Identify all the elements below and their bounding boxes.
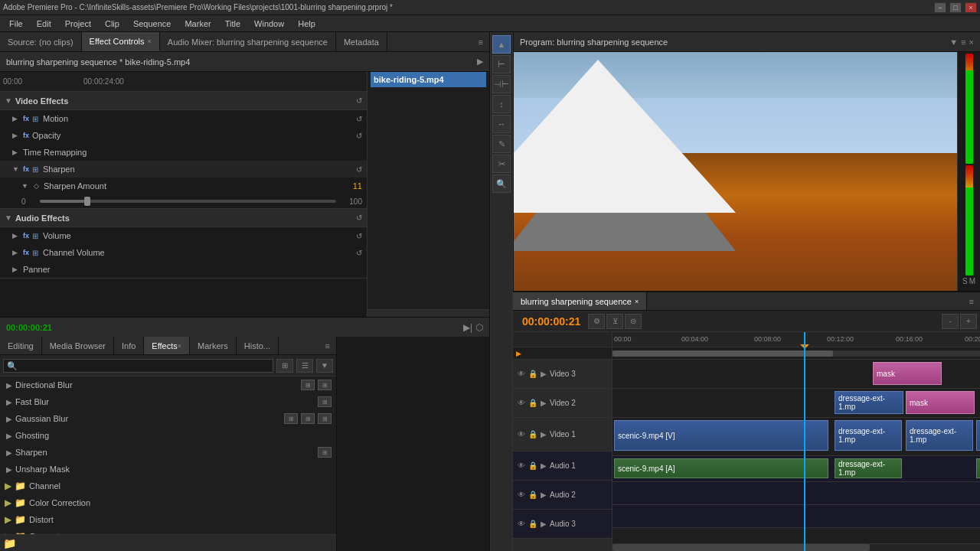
- effects-view-toggle[interactable]: ☰: [296, 359, 313, 373]
- clip-v2-mask[interactable]: mask: [906, 391, 975, 414]
- v1-expand-icon[interactable]: ▶: [541, 430, 547, 439]
- clip-v1-dressage1[interactable]: dressage-ext-1.mp: [835, 420, 902, 451]
- tool-slide[interactable]: ↔: [492, 115, 511, 133]
- channel-volume-reset[interactable]: ↺: [356, 249, 362, 257]
- tl-scrollbar-track[interactable]: [612, 350, 980, 357]
- menu-help[interactable]: Help: [292, 18, 322, 30]
- tl-zoom-in[interactable]: +: [960, 314, 977, 329]
- folder-color-correction[interactable]: ▶ 📁 Color Correction: [0, 494, 336, 511]
- tab-info[interactable]: Info: [114, 337, 144, 354]
- tool-select[interactable]: ▲: [492, 35, 511, 54]
- tl-snap-button[interactable]: ⊻: [606, 314, 623, 329]
- close-button[interactable]: ×: [965, 2, 977, 13]
- opacity-reset[interactable]: ↺: [356, 132, 362, 140]
- tab-effect-controls[interactable]: Effect Controls ×: [82, 32, 160, 51]
- tool-zoom[interactable]: 🔍: [492, 174, 511, 193]
- menu-clip[interactable]: Clip: [99, 18, 126, 30]
- volume-reset[interactable]: ↺: [356, 232, 362, 240]
- v2-eye-icon[interactable]: 👁: [518, 399, 525, 407]
- effect-unsharp-mask[interactable]: ▶ Unsharp Mask: [0, 461, 336, 478]
- video-effects-reset[interactable]: ↺: [356, 96, 362, 105]
- clip-v1-bike[interactable]: bike-riding-5.mp4 [V]: [976, 420, 980, 451]
- tl-linked-button[interactable]: ⊝: [625, 314, 642, 329]
- v3-eye-icon[interactable]: 👁: [518, 370, 525, 378]
- tool-roll[interactable]: ⊣⊢: [492, 75, 511, 93]
- menu-title[interactable]: Title: [219, 18, 247, 30]
- tl-scroll-row[interactable]: [612, 347, 980, 360]
- menu-window[interactable]: Window: [248, 18, 290, 30]
- menu-project[interactable]: Project: [59, 18, 97, 30]
- tl-zoom-out[interactable]: -: [942, 314, 959, 329]
- clip-a1-scenic[interactable]: scenic-9.mp4 [A]: [614, 458, 828, 478]
- clip-v2-dressage[interactable]: dressage-ext-1.mp: [835, 391, 903, 414]
- v3-lock-icon[interactable]: 🔒: [528, 370, 537, 378]
- restore-button[interactable]: □: [949, 2, 962, 13]
- effect-ghosting[interactable]: ▶ Ghosting: [0, 427, 336, 444]
- program-panel-menu[interactable]: ≡: [961, 37, 965, 47]
- a1-eye-icon[interactable]: 👁: [518, 461, 525, 470]
- effect-sharpen[interactable]: ▶ Sharpen ⊞: [0, 444, 336, 461]
- clip-a1-dressage[interactable]: dressage-ext-1.mp: [835, 458, 902, 478]
- meter-mute-button[interactable]: M: [969, 277, 975, 289]
- tab-timeline-close[interactable]: ×: [635, 298, 639, 305]
- a2-lock-icon[interactable]: 🔒: [528, 491, 537, 499]
- panner-row[interactable]: ▶ Panner: [0, 261, 367, 278]
- clip-a1-bike[interactable]: bike-riding-5.mp4 [A]: [976, 458, 980, 478]
- menu-marker[interactable]: Marker: [178, 18, 217, 30]
- sharpen-amount-row[interactable]: ▼ ◇ Sharpen Amount 11: [0, 178, 367, 194]
- volume-row[interactable]: ▶ fx ⊞ Volume ↺: [0, 227, 367, 244]
- program-dropdown-arrow[interactable]: ▼: [949, 37, 958, 47]
- tool-ripple[interactable]: ⊢: [492, 55, 511, 73]
- menu-sequence[interactable]: Sequence: [127, 18, 178, 30]
- minimize-button[interactable]: −: [934, 2, 946, 13]
- tl-scrollbar-thumb[interactable]: [612, 350, 833, 357]
- tool-razor[interactable]: ✂: [492, 155, 511, 173]
- clip-v1-scenic[interactable]: scenic-9.mp4 [V]: [614, 420, 828, 451]
- a3-expand-icon[interactable]: ▶: [541, 520, 547, 528]
- tl-settings-button[interactable]: ⚙: [588, 314, 605, 329]
- folder-generate[interactable]: ▶ 📁 Generate: [0, 528, 336, 534]
- tab-markers[interactable]: Markers: [190, 337, 237, 354]
- a3-eye-icon[interactable]: 👁: [518, 520, 525, 528]
- time-remapping-row[interactable]: ▶ Time Remapping: [0, 144, 367, 161]
- folder-channel[interactable]: ▶ 📁 Channel: [0, 478, 336, 494]
- effect-gaussian-blur[interactable]: ▶ Gaussian Blur ⊞ ⊞ ⊞: [0, 410, 336, 427]
- motion-row[interactable]: ▶ fx ⊞ Motion ↺: [0, 110, 367, 127]
- v3-expand-icon[interactable]: ▶: [541, 370, 547, 378]
- program-close-btn[interactable]: ×: [969, 37, 974, 47]
- timeline-ruler[interactable]: 00:00 00:04:00 00:08:00 00:12:00 00:16:0…: [612, 332, 980, 347]
- effects-panel-menu[interactable]: ≡: [319, 337, 336, 354]
- v2-expand-icon[interactable]: ▶: [541, 399, 547, 407]
- clip-v1-dressage2[interactable]: dressage-ext-1.mp: [906, 420, 973, 451]
- ec-timeline-scrollbar[interactable]: [368, 309, 489, 317]
- tab-metadata[interactable]: Metadata: [336, 32, 387, 51]
- a1-lock-icon[interactable]: 🔒: [528, 461, 537, 470]
- opacity-row[interactable]: ▶ fx Opacity ↺: [0, 127, 367, 144]
- v2-lock-icon[interactable]: 🔒: [528, 399, 537, 407]
- tab-media-browser[interactable]: Media Browser: [42, 337, 114, 354]
- tool-move[interactable]: ↕: [492, 95, 511, 113]
- tab-audio-mixer[interactable]: Audio Mixer: blurring sharpening sequenc…: [160, 32, 336, 51]
- a2-expand-icon[interactable]: ▶: [541, 491, 547, 499]
- tab-effects[interactable]: Effects ×: [144, 337, 190, 354]
- ec-export-button[interactable]: ⬡: [475, 322, 483, 333]
- effects-search-input[interactable]: [3, 359, 273, 373]
- a3-lock-icon[interactable]: 🔒: [528, 520, 537, 528]
- new-bin-button[interactable]: ⊞: [276, 359, 293, 373]
- v1-lock-icon[interactable]: 🔒: [528, 430, 537, 439]
- effects-options[interactable]: ▼: [316, 359, 333, 373]
- sharpen-reset[interactable]: ↺: [356, 165, 362, 174]
- tl-bottom-scrollbar[interactable]: [612, 543, 980, 551]
- a2-eye-icon[interactable]: 👁: [518, 491, 525, 499]
- sharpen-slider-thumb[interactable]: [84, 197, 90, 206]
- tl-bottom-scrollbar-thumb[interactable]: [612, 544, 870, 551]
- audio-effects-header[interactable]: ▼ Audio Effects ↺: [0, 209, 367, 227]
- ec-expand-icon[interactable]: ▶: [477, 57, 483, 67]
- new-folder-icon[interactable]: 📁: [3, 537, 16, 549]
- effect-fast-blur[interactable]: ▶ Fast Blur ⊞: [0, 393, 336, 410]
- sharpen-amount-value[interactable]: 11: [347, 181, 362, 191]
- tab-source[interactable]: Source: (no clips): [0, 32, 82, 51]
- a1-expand-icon[interactable]: ▶: [541, 461, 547, 470]
- meter-solo-button[interactable]: S: [962, 277, 968, 289]
- clip-v3-mask[interactable]: mask: [873, 362, 942, 385]
